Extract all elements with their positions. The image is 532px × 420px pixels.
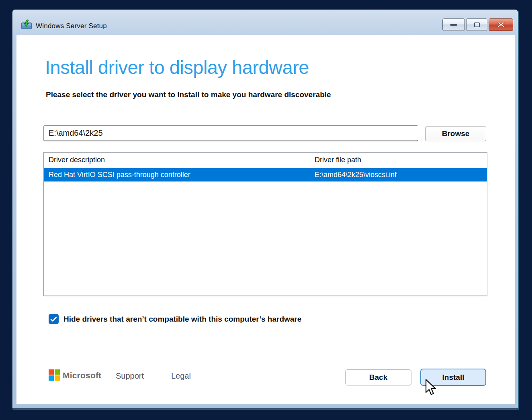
column-header-driver-description[interactable]: Driver description xyxy=(44,156,310,164)
driver-row-selected[interactable]: Red Hat VirtIO SCSI pass-through control… xyxy=(44,168,487,181)
window-title: Windows Server Setup xyxy=(36,22,107,30)
close-button[interactable] xyxy=(489,18,513,31)
support-link[interactable]: Support xyxy=(116,371,144,381)
ms-logo-square-blue xyxy=(49,375,54,381)
driver-list: Driver description Driver file path Red … xyxy=(43,152,487,296)
checkmark-icon xyxy=(50,316,57,322)
hide-incompatible-checkbox[interactable] xyxy=(49,314,59,324)
driver-list-header: Driver description Driver file path xyxy=(44,153,487,167)
column-header-driver-file-path[interactable]: Driver file path xyxy=(310,156,487,164)
installer-disk-with-green-arrow-icon xyxy=(21,19,32,30)
browse-button[interactable]: Browse xyxy=(425,126,486,141)
page-title: Install driver to display hardware xyxy=(45,56,309,78)
driver-description-cell: Red Hat VirtIO SCSI pass-through control… xyxy=(44,171,310,179)
minimize-button[interactable] xyxy=(442,18,465,31)
legal-link[interactable]: Legal xyxy=(171,371,191,381)
dialog-content: Install driver to display hardware Pleas… xyxy=(16,35,515,404)
arrow-cursor-icon xyxy=(425,379,437,396)
microsoft-wordmark: Microsoft xyxy=(63,371,101,380)
hide-incompatible-checkbox-row[interactable]: Hide drivers that aren’t compatible with… xyxy=(49,314,301,324)
desktop-background: { "window": { "title": "Windows Server S… xyxy=(0,0,532,420)
ms-logo-square-yellow xyxy=(55,375,60,381)
driver-path-input[interactable] xyxy=(43,125,418,141)
title-bar[interactable]: Windows Server Setup xyxy=(12,10,518,35)
ms-logo-square-red xyxy=(49,369,54,375)
back-button[interactable]: Back xyxy=(345,369,411,385)
close-icon xyxy=(497,22,505,28)
microsoft-logo-icon xyxy=(49,369,60,381)
maximize-button[interactable] xyxy=(466,18,487,31)
driver-file-path-cell: E:\amd64\2k25\vioscsi.inf xyxy=(310,171,487,179)
maximize-icon xyxy=(474,22,480,27)
ms-logo-square-green xyxy=(55,369,60,375)
page-subtitle: Please select the driver you want to ins… xyxy=(46,90,331,99)
column-separator[interactable] xyxy=(310,154,310,166)
setup-window: Windows Server Setup Install driver to d… xyxy=(12,9,518,409)
minimize-icon xyxy=(450,24,457,26)
hide-incompatible-label: Hide drivers that aren’t compatible with… xyxy=(63,315,301,324)
